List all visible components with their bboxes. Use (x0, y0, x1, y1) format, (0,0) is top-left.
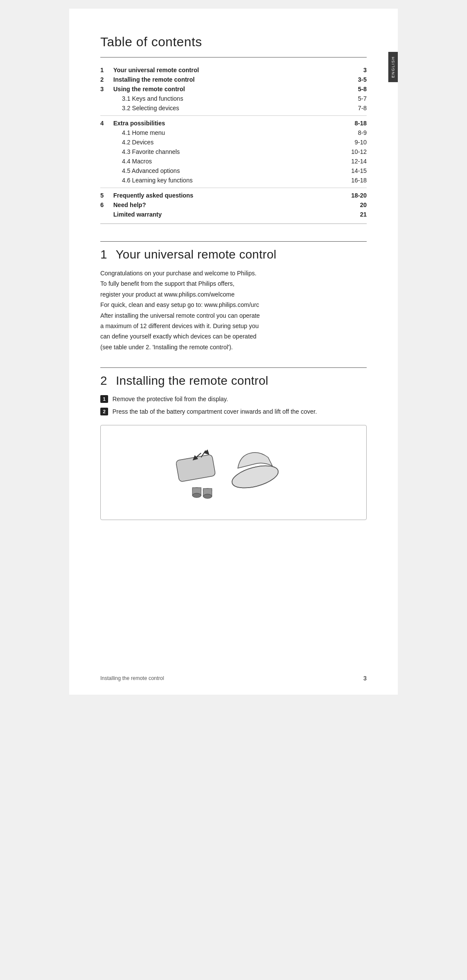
step-number: 1 (100, 395, 108, 403)
toc-page: 16-18 (341, 176, 367, 185)
toc-label: 3.2 Selecting devices (113, 103, 341, 113)
step-text: Press the tab of the battery compartment… (112, 407, 317, 416)
language-label: ENGLISH (391, 56, 395, 78)
toc-row: 6Need help?20 (100, 200, 367, 210)
toc-section: Table of contents 1Your universal remote… (100, 35, 367, 224)
language-tab: ENGLISH (388, 52, 398, 82)
toc-row: 4Extra possibilities8-18 (100, 118, 367, 128)
step-item: 1Remove the protective foil from the dis… (100, 395, 367, 404)
step-item: 2Press the tab of the battery compartmen… (100, 407, 367, 416)
toc-num: 4 (100, 118, 113, 128)
toc-label: Need help? (113, 200, 341, 210)
toc-num (100, 94, 113, 103)
toc-num: 3 (100, 84, 113, 94)
section1-paragraph: (see table under 2. 'Installing the remo… (100, 342, 367, 352)
section1-body: Congratulations on your purchase and wel… (100, 268, 367, 352)
toc-page: 5-8 (341, 84, 367, 94)
page-container: ENGLISH Table of contents 1Your universa… (69, 9, 398, 695)
toc-row: 5Frequently asked questions18-20 (100, 191, 367, 200)
toc-num (100, 147, 113, 156)
toc-num: 1 (100, 65, 113, 75)
toc-row: 4.4 Macros12-14 (100, 156, 367, 166)
footer-page-number: 3 (363, 675, 367, 682)
toc-page: 10-12 (341, 147, 367, 156)
toc-label: 4.1 Home menu (113, 128, 341, 137)
toc-page: 9-10 (341, 137, 367, 147)
toc-num (100, 128, 113, 137)
section2-title-text: Installing the remote control (116, 374, 269, 387)
section1-number: 1 (100, 248, 107, 261)
toc-label: Installing the remote control (113, 75, 341, 84)
footer-left: Installing the remote control (100, 675, 164, 681)
toc-label: 4.3 Favorite channels (113, 147, 341, 156)
battery-illustration (100, 425, 367, 520)
section1-paragraph: Congratulations on your purchase and wel… (100, 268, 367, 278)
toc-page: 3 (341, 65, 367, 75)
toc-divider-row (100, 113, 367, 118)
section1-paragraph: For quick, clean and easy setup go to: w… (100, 300, 367, 310)
section2-divider (100, 367, 367, 368)
toc-page: 3-5 (341, 75, 367, 84)
section1-paragraph: After installing the universal remote co… (100, 311, 367, 320)
toc-page: 18-20 (341, 191, 367, 200)
section2-title: 2 Installing the remote control (100, 374, 367, 388)
toc-label: 4.4 Macros (113, 156, 341, 166)
svg-rect-2 (176, 454, 215, 482)
toc-page: 14-15 (341, 166, 367, 176)
step-text: Remove the protective foil from the disp… (112, 395, 228, 404)
toc-page: 7-8 (341, 103, 367, 113)
section1-paragraph: a maximum of 12 different devices with i… (100, 321, 367, 331)
toc-num: 5 (100, 191, 113, 200)
svg-point-8 (203, 494, 212, 498)
toc-label: 4.6 Learning key functions (113, 176, 341, 185)
toc-row: 4.6 Learning key functions16-18 (100, 176, 367, 185)
toc-num (100, 210, 113, 219)
svg-point-0 (230, 462, 281, 492)
svg-point-5 (192, 493, 201, 498)
toc-row: 4.1 Home menu8-9 (100, 128, 367, 137)
section2-number: 2 (100, 374, 107, 387)
section1-title-text: Your universal remote control (115, 248, 276, 261)
section1-title: 1 Your universal remote control (100, 248, 367, 262)
toc-table: 1Your universal remote control32Installi… (100, 65, 367, 219)
toc-row: 4.2 Devices9-10 (100, 137, 367, 147)
section-2: 2 Installing the remote control 1Remove … (100, 367, 367, 520)
toc-page: 21 (341, 210, 367, 219)
section1-divider (100, 241, 367, 242)
toc-row: 3.1 Keys and functions5-7 (100, 94, 367, 103)
toc-label: 3.1 Keys and functions (113, 94, 341, 103)
toc-page: 20 (341, 200, 367, 210)
toc-label: Your universal remote control (113, 65, 341, 75)
toc-label: 4.5 Advanced options (113, 166, 341, 176)
steps-list: 1Remove the protective foil from the dis… (100, 395, 367, 416)
toc-page: 5-7 (341, 94, 367, 103)
battery-svg (164, 434, 303, 511)
section1-paragraph: can define yourself exactly which device… (100, 332, 367, 341)
toc-row: 1Your universal remote control3 (100, 65, 367, 75)
toc-num (100, 156, 113, 166)
toc-label: Extra possibilities (113, 118, 341, 128)
toc-num (100, 166, 113, 176)
step-number: 2 (100, 408, 108, 415)
toc-page: 12-14 (341, 156, 367, 166)
toc-row: 4.5 Advanced options14-15 (100, 166, 367, 176)
toc-num (100, 176, 113, 185)
toc-label: Limited warranty (113, 210, 341, 219)
toc-row: 2Installing the remote control3-5 (100, 75, 367, 84)
toc-num: 6 (100, 200, 113, 210)
toc-row: 4.3 Favorite channels10-12 (100, 147, 367, 156)
section1-paragraph: register your product at www.philips.com… (100, 290, 367, 299)
toc-row: 3.2 Selecting devices7-8 (100, 103, 367, 113)
section-1: 1 Your universal remote control Congratu… (100, 241, 367, 352)
section1-paragraph: To fully benefit from the support that P… (100, 279, 367, 288)
toc-page: 8-18 (341, 118, 367, 128)
toc-page: 8-9 (341, 128, 367, 137)
page-footer: Installing the remote control 3 (100, 675, 367, 682)
toc-label: 4.2 Devices (113, 137, 341, 147)
toc-num (100, 137, 113, 147)
toc-num (100, 103, 113, 113)
toc-top-divider (100, 57, 367, 57)
toc-bottom-divider (100, 223, 367, 224)
toc-label: Frequently asked questions (113, 191, 341, 200)
toc-num: 2 (100, 75, 113, 84)
